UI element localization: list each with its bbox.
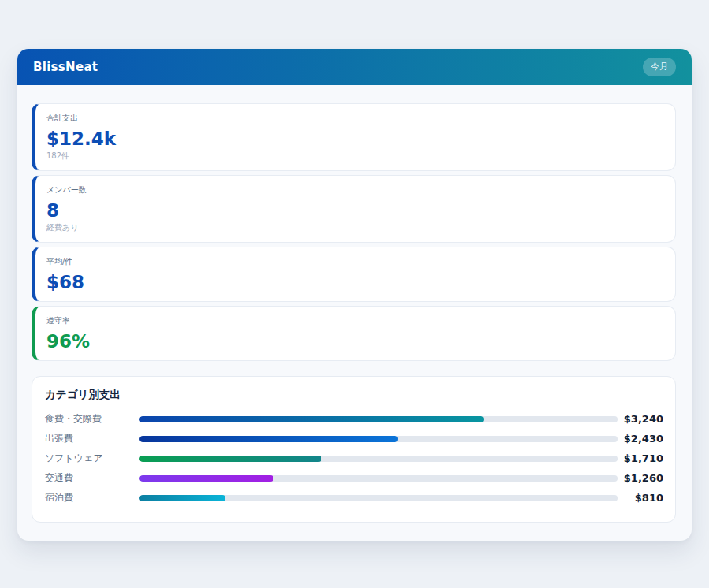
category-bar-track: [139, 495, 618, 501]
stat-label: 平均/件: [46, 256, 663, 267]
category-bar-fill: [139, 436, 398, 442]
category-row: 出張費$2,430: [45, 429, 663, 448]
header: BlissNeat 今月: [17, 49, 692, 85]
category-bar-fill: [139, 416, 484, 422]
category-bar-track: [139, 416, 618, 422]
period-badge[interactable]: 今月: [643, 58, 676, 76]
category-spend-card: カテゴリ別支出 食費・交際費$3,240出張費$2,430ソフトウェア$1,71…: [32, 376, 676, 523]
category-value: $810: [618, 492, 663, 504]
category-row: 交通費$1,260: [45, 468, 663, 488]
stat-card-total-spend: 合計支出$12.4k182件: [32, 103, 676, 171]
category-label: 食費・交際費: [45, 412, 139, 426]
category-label: 宿泊費: [45, 491, 139, 504]
category-label: 交通費: [45, 471, 139, 485]
category-card-title: カテゴリ別支出: [45, 387, 663, 401]
category-bar-fill: [139, 456, 321, 462]
stat-card-avg-per-item: 平均/件$68: [32, 247, 676, 302]
category-bar-track: [139, 436, 618, 442]
category-value: $1,710: [618, 452, 663, 464]
stat-card-member-count: メンバー数8経費あり: [32, 175, 676, 243]
stat-label: 合計支出: [46, 113, 663, 124]
category-bar-fill: [139, 495, 225, 501]
stat-sub: 182件: [46, 151, 663, 162]
dashboard-body: 合計支出$12.4k182件メンバー数8経費あり平均/件$68遵守率96% カテ…: [17, 85, 692, 523]
category-value: $3,240: [618, 413, 663, 425]
stat-value: 8: [46, 200, 663, 221]
stat-card-compliance-rate: 遵守率96%: [32, 306, 676, 361]
category-bar-track: [139, 456, 618, 462]
dashboard-card: BlissNeat 今月 合計支出$12.4k182件メンバー数8経費あり平均/…: [17, 49, 692, 541]
category-row: 食費・交際費$3,240: [45, 409, 663, 429]
stat-value: $12.4k: [46, 128, 663, 149]
stat-value: $68: [46, 272, 663, 292]
category-value: $2,430: [618, 433, 663, 445]
app-title: BlissNeat: [33, 60, 98, 74]
stat-value: 96%: [46, 331, 663, 352]
category-rows: 食費・交際費$3,240出張費$2,430ソフトウェア$1,710交通費$1,2…: [45, 409, 663, 508]
stat-label: メンバー数: [46, 184, 663, 195]
category-label: 出張費: [45, 432, 139, 445]
category-value: $1,260: [618, 472, 663, 484]
stat-label: 遵守率: [46, 315, 663, 326]
stats-list: 合計支出$12.4k182件メンバー数8経費あり平均/件$68遵守率96%: [32, 103, 676, 361]
stat-sub: 経費あり: [46, 222, 663, 233]
category-bar-track: [139, 475, 618, 482]
category-row: ソフトウェア$1,710: [45, 448, 663, 468]
category-label: ソフトウェア: [45, 452, 139, 465]
category-row: 宿泊費$810: [45, 488, 663, 508]
category-bar-fill: [139, 475, 273, 482]
